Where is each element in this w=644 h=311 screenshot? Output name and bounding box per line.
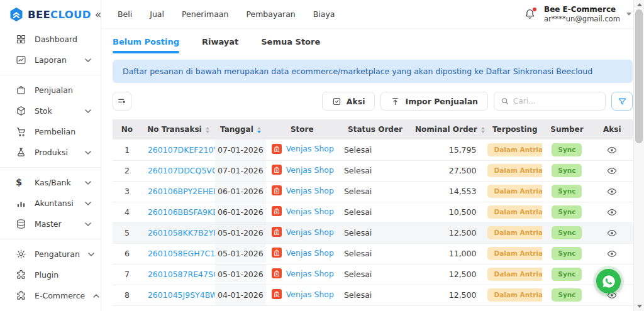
sidebar-item-label: E-Commerce bbox=[35, 291, 85, 300]
row-nominal: 12,500 bbox=[412, 264, 487, 285]
eye-icon bbox=[607, 207, 617, 217]
trx-link[interactable]: 260106BPY2EHEP bbox=[148, 187, 215, 196]
sidebar-item-ecommerce[interactable]: E-Commerce bbox=[0, 285, 101, 306]
column-settings-button[interactable] bbox=[113, 92, 131, 111]
sidebar-item-produksi[interactable]: Produksi bbox=[0, 142, 101, 163]
row-date: 06-01-2026 bbox=[215, 181, 266, 202]
sidebar-item-laporan[interactable]: Laporan bbox=[0, 50, 101, 70]
sidebar-item-kas-bank[interactable]: Kas/Bank bbox=[0, 172, 101, 193]
eye-icon bbox=[607, 145, 617, 155]
nav-biaya[interactable]: Biaya bbox=[313, 9, 335, 19]
sidebar-item-label: Pembelian bbox=[35, 127, 75, 136]
store-link[interactable]: Venjas Shop bbox=[286, 269, 334, 278]
grid-icon bbox=[16, 34, 26, 45]
trx-link[interactable]: 260106BBSFA9KE bbox=[148, 207, 215, 217]
sidebar-nav: Dashboard Laporan Penjualan Stok Pembeli… bbox=[0, 29, 101, 311]
row-number: 4 bbox=[113, 202, 142, 222]
sidebar-item-dashboard[interactable]: Dashboard bbox=[0, 29, 101, 50]
top-nav: Beli Jual Penerimaan Pembayaran Biaya bbox=[118, 9, 335, 19]
row-nominal: 15,795 bbox=[412, 139, 487, 160]
nav-pembayaran[interactable]: Pembayaran bbox=[246, 9, 295, 19]
sidebar-item-pembelian[interactable]: Pembelian bbox=[0, 121, 101, 142]
sidebar-subitem-pesanan[interactable]: Pesanan bbox=[0, 306, 101, 311]
col-no-transaksi[interactable]: No Transaksi bbox=[142, 119, 215, 139]
sidebar-item-akuntansi[interactable]: Akuntansi bbox=[0, 193, 101, 214]
whatsapp-button[interactable] bbox=[596, 269, 621, 293]
filter-button[interactable] bbox=[611, 92, 633, 111]
sidebar-item-penjualan[interactable]: Penjualan bbox=[0, 80, 101, 101]
sidebar-collapse-button[interactable]: « bbox=[95, 9, 101, 20]
view-detail-button[interactable] bbox=[607, 249, 617, 259]
table-row: 3 260106BPY2EHEP 06-01-2026 SVenjas Shop… bbox=[113, 181, 633, 202]
shopee-icon: S bbox=[272, 268, 282, 278]
scroll-down-arrow[interactable] bbox=[634, 302, 644, 311]
store-link[interactable]: Venjas Shop bbox=[286, 186, 334, 195]
sort-icon-active bbox=[257, 127, 261, 133]
beecloud-logo-text: BEECLOUD bbox=[28, 9, 91, 21]
store-link[interactable]: Venjas Shop bbox=[286, 207, 334, 216]
store-link[interactable]: Venjas Shop bbox=[286, 144, 334, 153]
chevron-down-icon bbox=[88, 253, 94, 256]
col-tanggal[interactable]: Tanggal bbox=[215, 119, 266, 139]
store-link[interactable]: Venjas Shop bbox=[286, 227, 334, 237]
svg-text:S: S bbox=[275, 169, 278, 172]
sidebar-divider bbox=[0, 167, 101, 168]
shopee-icon: S bbox=[272, 185, 282, 195]
aksi-label: Aksi bbox=[347, 97, 365, 106]
notification-bell-icon[interactable] bbox=[524, 8, 536, 20]
chart-icon bbox=[16, 55, 26, 65]
flask-icon bbox=[16, 147, 26, 158]
view-detail-button[interactable] bbox=[607, 187, 617, 197]
info-banner: Daftar pesanan di bawah merupakan data e… bbox=[113, 60, 633, 83]
nav-penerimaan[interactable]: Penerimaan bbox=[182, 9, 228, 19]
col-terposting: Terposting bbox=[487, 119, 542, 139]
tab-semua-store[interactable]: Semua Store bbox=[261, 37, 320, 53]
store-link[interactable]: Venjas Shop bbox=[286, 165, 334, 175]
view-detail-button[interactable] bbox=[607, 228, 617, 238]
row-status: Selesai bbox=[338, 264, 412, 285]
col-nominal-order[interactable]: Nominal Order bbox=[412, 119, 487, 139]
tab-belum-posting[interactable]: Belum Posting bbox=[113, 37, 179, 53]
trx-link[interactable]: 260107DKEF210Y bbox=[148, 145, 215, 155]
app-window: BEECLOUD « Dashboard Laporan Penjualan S… bbox=[0, 0, 644, 311]
scrollbar[interactable] bbox=[633, 0, 644, 311]
nav-jual[interactable]: Jual bbox=[150, 9, 164, 19]
chevron-down-icon bbox=[85, 151, 91, 155]
sidebar-item-stok[interactable]: Stok bbox=[0, 101, 101, 121]
sidebar-item-master[interactable]: Master bbox=[0, 214, 101, 234]
store-link[interactable]: Venjas Shop bbox=[286, 248, 334, 258]
search-input[interactable] bbox=[513, 97, 599, 106]
sidebar-item-plugin[interactable]: Plugin bbox=[0, 265, 101, 285]
row-number: 5 bbox=[113, 222, 142, 243]
user-menu[interactable]: Bee E-Commerce ar****un@gmail.com bbox=[544, 4, 631, 25]
scroll-up-arrow[interactable] bbox=[634, 0, 644, 9]
chevron-down-icon bbox=[85, 181, 91, 185]
beecloud-logo-icon bbox=[9, 7, 24, 22]
aksi-button[interactable]: Aksi bbox=[322, 92, 375, 111]
sidebar-item-pengaturan[interactable]: Pengaturan bbox=[0, 244, 101, 265]
trx-link[interactable]: 260107DDCQ5VGF bbox=[148, 166, 215, 175]
row-status: Selesai bbox=[338, 222, 412, 243]
nav-beli[interactable]: Beli bbox=[118, 9, 132, 19]
row-nominal: 10,500 bbox=[412, 202, 487, 222]
sumber-badge: Sync bbox=[552, 205, 582, 219]
row-number: 2 bbox=[113, 160, 142, 181]
view-detail-button[interactable] bbox=[607, 145, 617, 155]
import-icon bbox=[391, 97, 400, 106]
scrollbar-thumb[interactable] bbox=[635, 9, 643, 143]
table-row: 6 2601058EGH7C1N 05-01-2026 SVenjas Shop… bbox=[113, 243, 633, 264]
row-number: 3 bbox=[113, 181, 142, 202]
store-link[interactable]: Venjas Shop bbox=[286, 290, 334, 299]
trx-link[interactable]: 2601058KK7B2YH bbox=[148, 228, 215, 237]
tab-riwayat[interactable]: Riwayat bbox=[202, 37, 238, 53]
sidebar-item-label: Kas/Bank bbox=[35, 178, 71, 187]
view-detail-button[interactable] bbox=[607, 207, 617, 217]
impor-penjualan-button[interactable]: Impor Penjualan bbox=[380, 92, 488, 111]
trx-link[interactable]: 2601045J9SY4BW bbox=[148, 290, 215, 300]
view-detail-button[interactable] bbox=[607, 166, 617, 176]
orders-table: No No Transaksi Tanggal Store Status Ord… bbox=[113, 119, 633, 306]
trx-link[interactable]: 2601058EGH7C1N bbox=[148, 249, 215, 258]
shopee-icon: S bbox=[272, 206, 282, 216]
bag-icon bbox=[16, 85, 26, 95]
trx-link[interactable]: 26010587RE47SQ bbox=[148, 270, 215, 279]
